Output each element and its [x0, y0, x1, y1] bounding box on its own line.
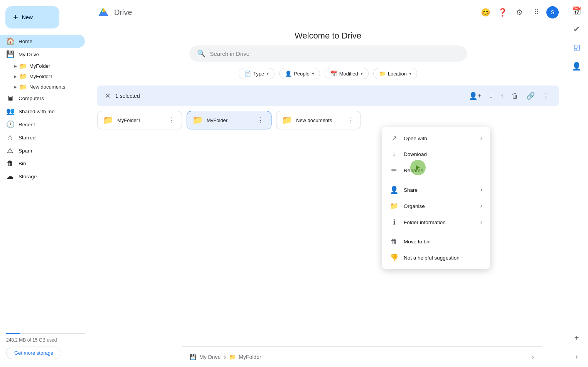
- menu-label: Open with: [404, 136, 427, 141]
- selection-count: 1 selected: [115, 93, 140, 99]
- settings-icon: ⚙: [516, 8, 523, 17]
- more-actions-button[interactable]: ⋮: [539, 89, 553, 103]
- settings-button[interactable]: ⚙: [512, 5, 526, 19]
- apps-grid-icon: ⠿: [534, 8, 539, 17]
- right-sidebar: 📅 ✔ ☑ 👤 + ›: [565, 0, 588, 367]
- sidebar-item-shared[interactable]: 👥 Shared with me: [0, 105, 85, 118]
- filter-modified[interactable]: 📅 Modified ▾: [325, 68, 369, 79]
- add-panel-button[interactable]: +: [569, 330, 585, 345]
- folder-icon: 📁: [103, 115, 113, 125]
- new-button-label: New: [22, 14, 33, 20]
- sidebar-item-home[interactable]: 🏠 Home: [0, 35, 85, 48]
- contacts-icon: 👤: [572, 62, 581, 71]
- sidebar-item-storage[interactable]: ☁ Storage: [0, 170, 85, 183]
- file-more-button[interactable]: ⋮: [345, 115, 355, 125]
- my-drive-icon: 💾: [6, 50, 14, 59]
- people-icon: 👤: [285, 70, 291, 77]
- filter-bar: 📄 Type ▾ 👤 People ▾ 📅 Modified ▾ 📁 Locat…: [91, 68, 565, 85]
- sidebar-item-recent[interactable]: 🕐 Recent: [0, 118, 85, 131]
- menu-item-download[interactable]: ↓ Download: [382, 146, 490, 162]
- file-more-button[interactable]: ⋮: [166, 115, 176, 125]
- folder-icon: 📁: [19, 83, 27, 90]
- submenu-arrow-icon: ›: [480, 219, 482, 226]
- tasks-icon: ✔: [573, 25, 580, 34]
- new-button[interactable]: + New: [5, 6, 59, 28]
- my-drive-label: My Drive: [19, 52, 39, 57]
- user-avatar[interactable]: S: [546, 6, 559, 18]
- tree-item-myfolder1[interactable]: ▶ 📁 MyFolder1: [0, 71, 91, 82]
- computers-icon: 🖥: [6, 94, 14, 102]
- delete-button[interactable]: 🗑: [509, 89, 522, 103]
- breadcrumb-my-drive[interactable]: My Drive: [199, 354, 221, 360]
- type-icon: 📄: [244, 70, 251, 77]
- menu-item-folder-info[interactable]: ℹ Folder information ›: [382, 214, 490, 230]
- move-button[interactable]: ↑: [497, 89, 507, 103]
- add-person-button[interactable]: 👤+: [466, 89, 485, 103]
- shared-label: Shared with me: [19, 109, 55, 114]
- filter-people[interactable]: 👤 People ▾: [279, 68, 320, 79]
- search-input[interactable]: [210, 50, 459, 57]
- help-icon: ❓: [498, 8, 507, 17]
- chevron-right-icon: ›: [575, 352, 578, 361]
- file-card-myfolder1[interactable]: 📁 MyFolder1 ⋮: [97, 111, 182, 129]
- menu-item-rename[interactable]: ✏ Rename: [382, 162, 490, 178]
- sidebar-item-bin[interactable]: 🗑 Bin: [0, 157, 85, 170]
- menu-item-move-to-bin[interactable]: 🗑 Move to bin: [382, 234, 490, 250]
- people-label: People: [294, 71, 309, 77]
- sidebar-item-starred[interactable]: ☆ Starred: [0, 131, 85, 144]
- search-bar-wrapper: 🔍: [91, 45, 565, 68]
- close-selection-button[interactable]: ✕: [103, 90, 112, 102]
- menu-divider: [382, 232, 490, 232]
- todo-sidebar-button[interactable]: ☑: [569, 40, 585, 55]
- tasks-sidebar-button[interactable]: ✔: [569, 22, 585, 37]
- breadcrumb-myfolder[interactable]: MyFolder: [239, 354, 261, 360]
- organise-icon: 📁: [390, 202, 398, 210]
- file-card-new-documents[interactable]: 📁 New documents ⋮: [276, 111, 361, 129]
- filter-type[interactable]: 📄 Type ▾: [239, 68, 275, 79]
- link-button[interactable]: 🔗: [523, 89, 538, 103]
- calendar-sidebar-button[interactable]: 📅: [569, 3, 585, 18]
- recent-icon: 🕐: [6, 120, 14, 129]
- contacts-sidebar-button[interactable]: 👤: [569, 59, 585, 74]
- breadcrumb: 💾 My Drive › 📁 MyFolder ›: [182, 346, 542, 367]
- help-button[interactable]: ❓: [495, 5, 509, 19]
- plus-icon: +: [13, 12, 18, 22]
- file-name: New documents: [296, 117, 341, 123]
- tree-item-label: MyFolder: [29, 63, 50, 69]
- menu-item-not-helpful[interactable]: 👎 Not a helpful suggestion: [382, 250, 490, 266]
- open-with-icon: ↗: [390, 134, 398, 142]
- menu-label: Not a helpful suggestion: [404, 255, 460, 261]
- sidebar-item-my-drive[interactable]: 💾 My Drive: [0, 48, 85, 61]
- storage-bar-fill: [6, 333, 20, 334]
- chevron-down-icon: ▾: [312, 71, 314, 76]
- get-storage-button[interactable]: Get more storage: [6, 347, 61, 359]
- menu-item-open-with[interactable]: ↗ Open with ›: [382, 130, 490, 146]
- search-icon: 🔍: [197, 49, 206, 58]
- sidebar-item-spam[interactable]: ⚠ Spam: [0, 144, 85, 157]
- storage-label: Storage: [19, 174, 37, 179]
- menu-item-share[interactable]: 👤 Share ›: [382, 182, 490, 198]
- breadcrumb-expand-icon[interactable]: ›: [532, 353, 534, 361]
- menu-label: Folder information: [404, 220, 446, 225]
- menu-label: Organise: [404, 203, 425, 209]
- chevron-icon: ▶: [14, 64, 17, 68]
- home-icon: 🏠: [6, 37, 14, 45]
- file-more-button[interactable]: ⋮: [256, 115, 266, 125]
- spam-label: Spam: [19, 148, 32, 154]
- expand-sidebar-button[interactable]: ›: [569, 349, 585, 364]
- storage-bar-background: [6, 333, 85, 334]
- download-button[interactable]: ↓: [486, 89, 496, 103]
- chevron-down-icon: ▾: [409, 71, 411, 76]
- emoji-button[interactable]: 😊: [478, 5, 492, 19]
- bin-icon: 🗑: [6, 159, 14, 168]
- folder-icon: 📁: [192, 115, 203, 125]
- topbar-left: Drive: [97, 6, 132, 18]
- folder-red-icon: 📁: [19, 73, 27, 80]
- filter-location[interactable]: 📁 Location ▾: [373, 68, 417, 79]
- file-card-myfolder[interactable]: 📁 MyFolder ⋮: [187, 111, 271, 129]
- apps-button[interactable]: ⠿: [529, 5, 543, 19]
- menu-item-organise[interactable]: 📁 Organise ›: [382, 198, 490, 214]
- tree-item-myfolder[interactable]: ▶ 📁 MyFolder: [0, 61, 91, 71]
- tree-item-new-documents[interactable]: ▶ 📁 New documents: [0, 82, 91, 92]
- sidebar-item-computers[interactable]: 🖥 Computers: [0, 92, 85, 105]
